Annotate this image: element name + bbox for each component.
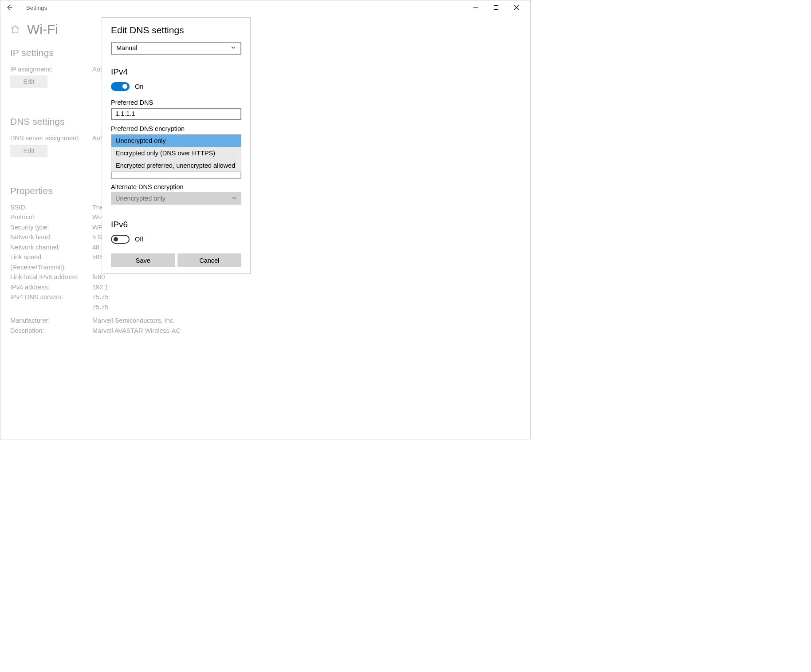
window-title: Settings [26, 4, 47, 11]
prop-val: 75.75 [92, 292, 108, 302]
dns-edit-button[interactable]: Edit [10, 145, 47, 157]
dns-assignment-label: DNS server assignment: [10, 133, 92, 143]
enc-option[interactable]: Encrypted only (DNS over HTTPS) [111, 147, 241, 159]
ipv6-heading: IPv6 [111, 220, 241, 229]
prop-key: Link-local IPv6 address: [10, 272, 92, 282]
prop-key: Protocol: [10, 212, 92, 222]
prop-val: Marvell AVASTAR Wireless-AC [92, 326, 181, 336]
prop-key [10, 302, 92, 312]
prop-key: Link speed (Receive/Transmit): [10, 252, 92, 272]
prop-key: IPv4 address: [10, 282, 92, 292]
dialog-title: Edit DNS settings [111, 25, 241, 36]
ip-assignment-label: IP assignment: [10, 64, 92, 74]
svg-rect-0 [494, 6, 498, 10]
save-button[interactable]: Save [111, 253, 175, 267]
chevron-down-icon [232, 195, 237, 202]
minimize-button[interactable] [465, 1, 486, 14]
prop-key: Network channel: [10, 242, 92, 252]
properties-heading: Properties [10, 186, 520, 196]
enc-option[interactable]: Unencrypted only [111, 134, 241, 147]
preferred-enc-label: Preferred DNS encryption [111, 125, 241, 132]
alternate-enc-label: Alternate DNS encryption [111, 183, 241, 190]
ipv6-toggle-label: Off [135, 236, 143, 243]
close-button[interactable] [506, 1, 527, 14]
preferred-dns-input[interactable] [111, 108, 241, 120]
ipv4-heading: IPv4 [111, 67, 241, 77]
preferred-dns-label: Preferred DNS [111, 99, 241, 106]
enc-option[interactable]: Encrypted preferred, unencrypted allowed [111, 159, 241, 172]
prop-key: Manufacturer: [10, 316, 92, 325]
prop-val: 192.1 [92, 282, 108, 292]
dns-mode-select[interactable]: Manual [111, 42, 241, 55]
ipv6-toggle[interactable] [111, 235, 130, 244]
dns-mode-value: Manual [116, 44, 138, 51]
maximize-button[interactable] [486, 1, 506, 14]
ip-settings-heading: IP settings [10, 47, 520, 58]
home-icon [10, 24, 20, 34]
preferred-enc-dropdown[interactable]: Unencrypted only Encrypted only (DNS ove… [111, 134, 241, 172]
ip-edit-button[interactable]: Edit [10, 75, 47, 88]
ipv4-toggle-label: On [135, 83, 143, 90]
alternate-enc-value: Unencrypted only [115, 195, 165, 202]
prop-key: SSID: [10, 202, 92, 212]
page-title: Wi-Fi [27, 22, 58, 37]
prop-key: Network band: [10, 232, 92, 242]
prop-key: Description: [10, 326, 92, 336]
titlebar: Settings [0, 0, 530, 15]
cancel-button[interactable]: Cancel [177, 253, 242, 267]
settings-page: Wi-Fi IP settings IP assignment: Auto Ed… [0, 15, 530, 439]
edit-dns-dialog: Edit DNS settings Manual IPv4 On Preferr… [102, 17, 251, 274]
back-button[interactable] [5, 3, 14, 12]
prop-key: IPv4 DNS servers: [10, 292, 92, 302]
ipv4-toggle[interactable] [111, 82, 130, 91]
prop-val: 48 [92, 242, 99, 252]
prop-val: Marvell Semiconductors, Inc. [92, 316, 175, 325]
prop-key: Security type: [10, 222, 92, 232]
alternate-enc-select[interactable]: Unencrypted only [111, 192, 241, 205]
prop-val: 75.75 [92, 302, 108, 312]
chevron-down-icon [231, 44, 236, 51]
alternate-dns-input[interactable] [111, 171, 241, 179]
dns-settings-heading: DNS settings [10, 116, 520, 127]
